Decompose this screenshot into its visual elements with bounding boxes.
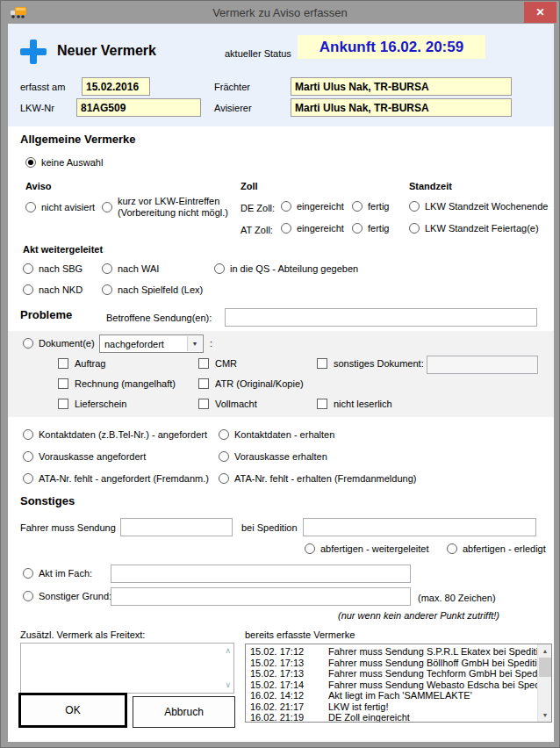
radio-sonstiger-grund[interactable]: Sonstiger Grund: xyxy=(23,591,111,601)
radio-vorauskasse-angefordert[interactable]: Vorauskasse angefordert xyxy=(23,451,146,462)
dokument-status-dropdown[interactable]: nachgefordert ▼ xyxy=(99,334,204,353)
checkbox-lieferschein[interactable]: Lieferschein xyxy=(58,399,126,409)
radio-circle-icon xyxy=(214,263,225,274)
vermerk-time: 15.02. 17:13 xyxy=(250,668,328,680)
vermerk-entry[interactable]: 15.02. 17:12 Fahrer muss Sendung S.P.R.L… xyxy=(246,646,551,658)
radio-selected-icon xyxy=(25,157,36,168)
dialog-window: Vermerk zu Aviso erfassen ✕ Neuer Vermer… xyxy=(0,0,560,748)
checkbox-icon xyxy=(58,378,68,389)
radio-label: nach SBG xyxy=(39,263,83,274)
checkbox-icon xyxy=(58,399,68,409)
radio-vorauskasse-erhalten[interactable]: Vorauskasse erhalten xyxy=(219,451,327,462)
erfasst-am-field[interactable] xyxy=(82,77,150,96)
scroll-up-icon[interactable]: ∧ xyxy=(225,647,231,655)
radio-akt-im-fach[interactable]: Akt im Fach: xyxy=(23,568,92,579)
radio-kontaktdaten-erhalten[interactable]: Kontaktdaten - erhalten xyxy=(219,429,334,440)
vermerk-text: Fahrer muss Sendung S.P.R.L Ekatex bei S… xyxy=(328,646,551,658)
radio-label: ATA-Nr. fehlt - angefordert (Fremdanm.) xyxy=(39,473,209,484)
checkbox-auftrag[interactable]: Auftrag xyxy=(58,358,105,369)
radio-abfertigen-erledigt[interactable]: abfertigen - erledigt xyxy=(447,543,546,554)
vermerk-entry[interactable]: 16.02. 21:19 DE Zoll eingereicht xyxy=(246,712,551,723)
fraechter-field[interactable] xyxy=(291,77,512,96)
radio-nach-nkd[interactable]: nach NKD xyxy=(23,284,83,295)
radio-nicht-avisiert[interactable]: nicht avisiert xyxy=(25,202,95,212)
radio-label: Akt im Fach: xyxy=(39,568,92,579)
radio-qs-abteilung[interactable]: in die QS - Abteilung gegeben xyxy=(214,263,358,274)
radio-label: abfertigen - weitergeleitet xyxy=(320,543,429,554)
radio-at-zoll-fertig[interactable]: fertig xyxy=(352,223,389,234)
radio-standzeit-feiertag[interactable]: LKW Standzeit Feiertag(e) xyxy=(409,223,539,234)
radio-circle-icon xyxy=(219,451,229,462)
radio-circle-icon xyxy=(102,202,112,212)
freitext-textarea[interactable] xyxy=(21,644,233,693)
radio-kontaktdaten-angefordert[interactable]: Kontaktdaten (z.B.Tel-Nr.) - angefordert xyxy=(23,429,207,440)
vermerk-entry[interactable]: 15.02. 17:14 Fahrer muss Sendung Webasto… xyxy=(246,680,551,691)
radio-label: in die QS - Abteilung gegeben xyxy=(230,263,358,274)
abbruch-button[interactable]: Abbruch xyxy=(133,696,235,728)
truck-icon xyxy=(10,6,27,19)
radio-ata-erhalten[interactable]: ATA-Nr. fehlt - erhalten (Fremdanmeldung… xyxy=(219,473,416,484)
checkbox-atr[interactable]: ATR (Original/Kopie) xyxy=(198,378,304,389)
radio-nach-sbg[interactable]: nach SBG xyxy=(23,263,83,274)
subsection-standzeit: Standzeit xyxy=(409,181,452,191)
page-title: Neuer Vermerk xyxy=(57,43,156,59)
status-label: aktueller Status xyxy=(225,48,291,59)
radio-label: ATA-Nr. fehlt - erhalten (Fremdanmeldung… xyxy=(234,473,416,484)
close-button[interactable]: ✕ xyxy=(524,2,556,23)
sonstiger-grund-field[interactable] xyxy=(111,587,411,606)
vermerk-entry[interactable]: 15.02. 17:13 Fahrer muss Sendung Böllhof… xyxy=(246,658,551,669)
checkbox-label: sonstiges Dokument: xyxy=(334,358,424,369)
radio-nach-wai[interactable]: nach WAI xyxy=(102,263,159,274)
radio-standzeit-wochenende[interactable]: LKW Standzeit Wochenende xyxy=(409,201,548,212)
radio-de-zoll-fertig[interactable]: fertig xyxy=(352,201,389,212)
vermerke-list: 15.02. 17:12 Fahrer muss Sendung S.P.R.L… xyxy=(245,644,552,723)
chevron-down-icon[interactable]: ▼ xyxy=(187,336,202,351)
fahrer-muss-sendung-label: Fahrer muss Sendung xyxy=(20,522,116,533)
checkbox-cmr[interactable]: CMR xyxy=(198,358,237,369)
scrollbar-up-icon[interactable]: ▲ xyxy=(538,644,552,658)
radio-keine-auswahl[interactable]: keine Auswahl xyxy=(25,157,103,168)
radio-ata-angefordert[interactable]: ATA-Nr. fehlt - angefordert (Fremdanm.) xyxy=(23,473,209,484)
spedition-field[interactable] xyxy=(303,518,536,536)
sonstiges-dokument-field[interactable] xyxy=(427,356,538,374)
checkbox-icon xyxy=(317,358,327,369)
radio-label: nach WAI xyxy=(118,263,159,274)
checkbox-nicht-leserlich[interactable]: nicht leserlich xyxy=(317,399,392,409)
checkbox-icon xyxy=(198,399,209,409)
radio-abfertigen-weitergeleitet[interactable]: abfertigen - weitergeleitet xyxy=(305,543,429,554)
checkbox-sonstiges-dokument[interactable]: sonstiges Dokument: xyxy=(317,358,424,369)
vermerk-entry[interactable]: 16.02. 21:17 LKW ist fertig! xyxy=(246,701,551,713)
checkbox-rechnung[interactable]: Rechnung (mangelhaft) xyxy=(58,378,176,389)
radio-nach-spielfeld[interactable]: nach Spielfeld (Lex) xyxy=(102,284,203,295)
scrollbar-down-icon[interactable]: ▼ xyxy=(538,708,552,722)
betroffene-sendungen-field[interactable] xyxy=(225,308,537,327)
scroll-down-icon[interactable]: ∨ xyxy=(225,681,231,689)
radio-label-line1: kurz vor LKW-Eintreffen xyxy=(118,196,228,207)
radio-dokumente[interactable]: Dokument(e) xyxy=(23,338,95,349)
vermerk-entry[interactable]: 15.02. 17:13 Fahrer muss Sendung Techfor… xyxy=(246,668,551,680)
vermerk-entry[interactable]: 16.02. 14:12 Akt liegt im Fach 'SAMMELAK… xyxy=(246,690,551,701)
checkbox-vollmacht[interactable]: Vollmacht xyxy=(198,399,257,409)
vermerk-time: 15.02. 17:12 xyxy=(250,646,328,658)
radio-de-zoll-eingereicht[interactable]: eingereicht xyxy=(281,201,344,212)
fahrer-sendung-field[interactable] xyxy=(120,518,233,536)
radio-kurz-vor-lkw-eintreffen[interactable]: kurz vor LKW-Eintreffen (Vorbereitung ni… xyxy=(102,196,228,219)
radio-label: keine Auswahl xyxy=(41,157,103,168)
avisierer-field[interactable] xyxy=(291,98,512,117)
radio-circle-icon xyxy=(23,591,33,601)
ok-button[interactable]: OK xyxy=(18,693,127,728)
lkw-nr-field[interactable] xyxy=(76,98,201,117)
subsection-zoll: Zoll xyxy=(241,181,258,191)
fraechter-label: Frächter xyxy=(214,82,250,92)
radio-circle-icon xyxy=(409,223,420,234)
vermerk-text: Akt liegt im Fach 'SAMMELAKTE' xyxy=(328,690,488,701)
radio-at-zoll-eingereicht[interactable]: eingereicht xyxy=(281,223,344,234)
scrollbar-thumb[interactable] xyxy=(539,658,551,677)
vermerk-text: Fahrer muss Sendung Böllhoff GmbH bei Sp… xyxy=(328,658,551,669)
radio-label: nach NKD xyxy=(39,284,83,295)
radio-circle-icon xyxy=(23,284,33,295)
section-allgemeine-vermerke: Allgemeine Vermerke xyxy=(20,133,136,146)
radio-label: Vorauskasse angefordert xyxy=(39,451,146,462)
akt-im-fach-field[interactable] xyxy=(111,565,411,583)
section-probleme: Probleme xyxy=(20,308,72,321)
